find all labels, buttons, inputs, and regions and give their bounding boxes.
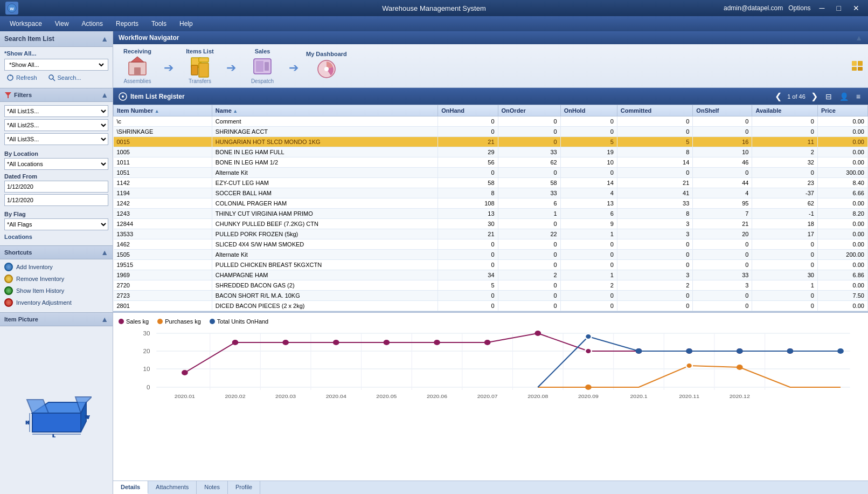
list1-dropdown[interactable]: *All List1S... <box>4 105 108 117</box>
list3-dropdown[interactable]: *All List3S... <box>4 133 108 145</box>
table-row[interactable]: 13533PULLED PORK FROZEN (5kg)21221320170… <box>114 229 868 239</box>
svg-text:W: W <box>85 415 89 420</box>
table-row[interactable]: 2801DICED BACON PIECES (2 x 2kg)0000000.… <box>114 301 868 311</box>
col-onorder[interactable]: OnOrder <box>498 105 560 116</box>
show-all-dropdown[interactable]: *Show All... <box>4 59 108 71</box>
shortcut-remove-inventory[interactable]: Remove Inventory <box>4 273 108 284</box>
list2-dropdown[interactable]: *All List2S... <box>4 119 108 131</box>
shortcuts-collapse-btn[interactable]: ▲ <box>101 248 108 257</box>
legend-sales: Sales kg <box>119 318 149 325</box>
svg-point-74 <box>787 348 794 354</box>
table-row[interactable]: 1194SOCCER BALL HAM8334414-376.66 <box>114 188 868 198</box>
table-row[interactable]: 1462SLICED 4X4 S/W HAM SMOKED0000000.00 <box>114 239 868 250</box>
right-panel: Workflow Navigator ▲ Receiving Assemblie… <box>113 31 868 494</box>
col-committed[interactable]: Committed <box>617 105 693 116</box>
table-row[interactable]: \SHRINKAGESHRINKAGE ACCT0000000.00 <box>114 127 868 137</box>
table-row[interactable]: 1051Alternate Kit000000300.00 <box>114 168 868 178</box>
by-location-label: By Location <box>4 150 108 157</box>
table-row[interactable]: 1243THINLY CUT VIRGINIA HAM PRIMO131687-… <box>114 209 868 219</box>
table-row[interactable]: 12844CHUNKY PULLED BEEF (7.2KG) CTN30093… <box>114 219 868 229</box>
search-btn[interactable]: Search... <box>46 73 84 83</box>
table-row[interactable]: 0015HUNGARIAN HOT SLCD MONDO 1KG21055161… <box>114 137 868 147</box>
location-dropdown[interactable]: *All Locations <box>4 158 108 170</box>
svg-text:2020.03: 2020.03 <box>275 394 296 399</box>
svg-point-56 <box>282 340 289 345</box>
sales-label: Sales <box>255 48 270 54</box>
filters-collapse-btn[interactable]: ▲ <box>101 91 108 99</box>
table-row[interactable]: 19515PULLED CHICKEN BREAST 5KGXCTN000000… <box>114 260 868 270</box>
maximize-btn[interactable]: □ <box>834 3 844 13</box>
user-btn[interactable]: 👤 <box>837 91 851 102</box>
show-item-history-icon <box>4 286 13 295</box>
prev-page-btn[interactable]: ❮ <box>773 90 784 102</box>
minimize-btn[interactable]: ─ <box>816 3 828 13</box>
table-row[interactable]: 1242COLONIAL PRAGER HAM1086133395620.00 <box>114 198 868 209</box>
tab-notes[interactable]: Notes <box>197 481 228 494</box>
search-title: Search Item List <box>4 35 54 43</box>
date-to-input[interactable] <box>4 194 108 206</box>
show-all-label: *Show All... <box>4 50 108 57</box>
legend-units: Total Units OnHand <box>210 318 268 325</box>
tab-attachments[interactable]: Attachments <box>148 481 197 494</box>
legend-sales-label: Sales kg <box>126 318 149 325</box>
workflow-item-receiving[interactable]: Receiving Assemblies <box>119 48 156 84</box>
svg-point-54 <box>182 370 188 375</box>
item-picture-title: Item Picture <box>4 316 38 323</box>
svg-point-61 <box>534 331 541 336</box>
workflow-item-items-list[interactable]: Items List Transfers <box>181 48 219 84</box>
search-collapse-btn[interactable]: ▲ <box>101 35 108 43</box>
menu-tools[interactable]: Tools <box>146 18 172 30</box>
tab-details[interactable]: Details <box>113 481 148 494</box>
shortcut-inventory-adjustment[interactable]: Inventory Adjustment <box>4 297 108 308</box>
item-list-register: Item List Register ❮ 1 of 46 ❯ ⊟ 👤 ≡ Ite… <box>113 88 868 312</box>
table-row[interactable]: 1011BONE IN LEG HAM 1/25662101446320.00 <box>114 157 868 168</box>
item-picture-collapse-btn[interactable]: ▲ <box>101 315 108 324</box>
table-row[interactable]: \cComment0000000.00 <box>114 116 868 127</box>
table-row[interactable]: 1005BONE IN LEG HAM FULL29331981020.00 <box>114 147 868 157</box>
show-all-select[interactable]: *Show All... <box>7 61 106 68</box>
col-onshelf[interactable]: OnShelf <box>693 105 752 116</box>
table-row[interactable]: 1505Alternate Kit000000200.00 <box>114 250 868 260</box>
workflow-item-sales[interactable]: Sales Despatch <box>244 48 281 84</box>
register-header: Item List Register ❮ 1 of 46 ❯ ⊟ 👤 ≡ <box>113 88 868 105</box>
options-label[interactable]: Options <box>788 4 810 12</box>
table-body: \cComment0000000.00\SHRINKAGESHRINKAGE A… <box>114 116 868 311</box>
shortcut-show-item-history[interactable]: Show Item History <box>4 285 108 296</box>
flag-dropdown[interactable]: *All Flags <box>4 218 108 230</box>
menu-workspace[interactable]: Workspace <box>4 18 47 30</box>
menu-btn[interactable]: ≡ <box>854 91 863 102</box>
col-onhold[interactable]: OnHold <box>560 105 617 116</box>
table-container[interactable]: Item Number Name OnHand OnOrder OnHold C… <box>113 105 868 311</box>
date-from-input[interactable] <box>4 181 108 193</box>
shortcut-add-inventory[interactable]: Add Inventory <box>4 262 108 272</box>
table-row[interactable]: 1969CHAMPAGNE HAM3421333306.86 <box>114 270 868 280</box>
menu-help[interactable]: Help <box>174 18 198 30</box>
table-row[interactable]: 1142EZY-CUT LEG HAM5858142144238.40 <box>114 178 868 188</box>
workflow-collapse-btn[interactable]: ▲ <box>855 33 863 42</box>
col-available[interactable]: Available <box>752 105 817 116</box>
menu-view[interactable]: View <box>50 18 74 30</box>
table-row[interactable]: 2723BACON SHORT R/L M.A. 10KG0000007.50 <box>114 291 868 301</box>
menu-actions[interactable]: Actions <box>77 18 108 30</box>
next-page-btn[interactable]: ❯ <box>809 90 820 102</box>
print-btn[interactable]: ⊟ <box>823 91 834 102</box>
close-btn[interactable]: ✕ <box>850 3 863 13</box>
svg-text:30: 30 <box>143 331 150 337</box>
col-onhand[interactable]: OnHand <box>438 105 498 116</box>
workflow-item-dashboard[interactable]: My Dashboard <box>306 51 347 81</box>
tab-profile[interactable]: Profile <box>228 481 260 494</box>
col-price[interactable]: Price <box>817 105 867 116</box>
arrow-2: ➔ <box>226 57 236 75</box>
col-name[interactable]: Name <box>212 105 438 116</box>
svg-marker-9 <box>27 400 48 413</box>
svg-marker-5 <box>5 92 11 98</box>
col-item-number[interactable]: Item Number <box>114 105 212 116</box>
svg-text:2020.07: 2020.07 <box>477 394 498 399</box>
svg-text:2020.09: 2020.09 <box>578 394 599 399</box>
workflow-nav-header: Workflow Navigator ▲ <box>113 31 868 44</box>
table-row[interactable]: 2720SHREDDED BACON GAS (2)5022310.00 <box>114 280 868 291</box>
svg-text:10: 10 <box>143 366 150 372</box>
menu-reports[interactable]: Reports <box>110 18 144 30</box>
legend-purchases-label: Purchases kg <box>165 318 201 325</box>
refresh-btn[interactable]: Refresh <box>4 73 39 83</box>
